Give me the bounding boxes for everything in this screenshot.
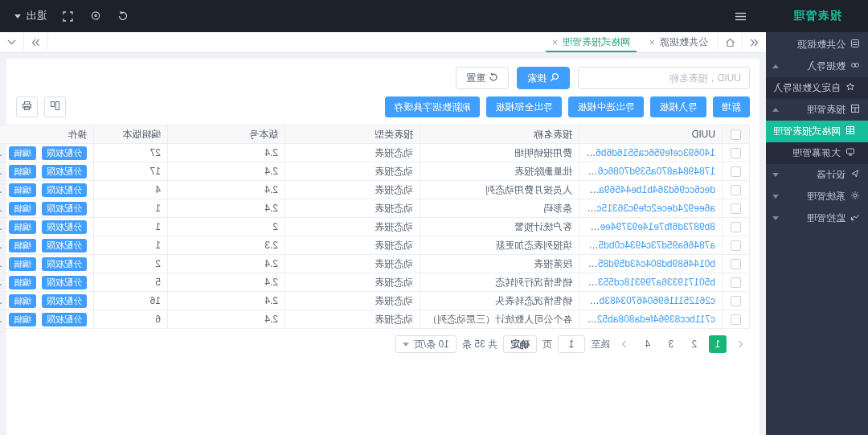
delete-button[interactable]: 删除 bbox=[0, 239, 2, 252]
import-template-button[interactable]: 导入模板 bbox=[650, 96, 706, 117]
assign-permission-button[interactable]: 分配权限 bbox=[42, 294, 87, 308]
delete-button[interactable]: 删除 bbox=[0, 294, 2, 308]
uuid-link[interactable]: c711bcc83964feda808ab52ee0... bbox=[579, 314, 716, 325]
assign-permission-button[interactable]: 分配权限 bbox=[42, 257, 87, 271]
refresh-icon[interactable] bbox=[109, 10, 137, 22]
row-checkbox[interactable] bbox=[731, 185, 741, 195]
select-all-checkbox[interactable] bbox=[731, 129, 741, 140]
row-checkbox[interactable] bbox=[731, 148, 741, 158]
row-checkbox[interactable] bbox=[731, 240, 741, 251]
tab-options-chevron-icon[interactable] bbox=[0, 32, 24, 52]
row-checkbox[interactable] bbox=[731, 296, 741, 306]
hamburger-menu-icon[interactable] bbox=[727, 11, 755, 22]
row-checkbox[interactable] bbox=[731, 314, 741, 325]
sidebar-item-custom-data-import[interactable]: 自定义数据导入 bbox=[766, 77, 868, 99]
row-checkbox[interactable] bbox=[731, 222, 741, 232]
assign-permission-button[interactable]: 分配权限 bbox=[42, 146, 87, 160]
tab-public-datasource[interactable]: 公共数据源 × bbox=[640, 32, 718, 52]
edit-button[interactable]: 编辑 bbox=[9, 239, 36, 252]
uuid-link[interactable]: c26125111696046703483b7915... bbox=[579, 295, 716, 306]
version-cell: 2.4 bbox=[168, 255, 285, 273]
assign-permission-button[interactable]: 分配权限 bbox=[42, 202, 87, 215]
delete-button[interactable]: 删除 bbox=[0, 146, 2, 160]
sidebar-item-public-datasource[interactable]: 公共数据源 bbox=[766, 34, 868, 55]
sidebar-item-monitor-management[interactable]: 监控管理 bbox=[766, 207, 868, 229]
print-button[interactable] bbox=[16, 96, 38, 117]
search-input[interactable] bbox=[578, 67, 750, 89]
edit-button[interactable]: 编辑 bbox=[9, 276, 36, 289]
delete-button[interactable]: 删除 bbox=[0, 202, 2, 215]
tab-grid-report-management[interactable]: 网格式报表管理 × bbox=[542, 32, 640, 52]
edit-version-cell: 27 bbox=[94, 144, 168, 162]
delete-button[interactable]: 删除 bbox=[0, 276, 2, 289]
delete-button[interactable]: 删除 bbox=[0, 313, 2, 326]
refresh-dict-cache-button[interactable]: 刷新数据字典缓存 bbox=[385, 96, 480, 117]
assign-permission-button[interactable]: 分配权限 bbox=[42, 313, 87, 326]
close-icon[interactable]: × bbox=[552, 38, 558, 47]
export-all-button[interactable]: 导出全部模板 bbox=[486, 96, 562, 117]
delete-button[interactable]: 删除 bbox=[0, 183, 2, 197]
home-icon[interactable] bbox=[718, 32, 742, 52]
column-setting-button[interactable] bbox=[44, 96, 66, 117]
edit-button[interactable]: 编辑 bbox=[9, 202, 36, 215]
per-page-select[interactable]: 10 条/页 bbox=[395, 335, 457, 353]
reset-button[interactable]: 重置 bbox=[456, 67, 509, 89]
search-button[interactable]: 搜索 bbox=[517, 67, 570, 89]
uuid-link[interactable]: 1784984a870a539d7086c6d3... bbox=[579, 166, 716, 177]
uuid-link[interactable]: 8b9873d6fb7e14e93794ee7fc1... bbox=[579, 221, 716, 232]
jump-page-input[interactable] bbox=[558, 335, 585, 353]
edit-button[interactable]: 编辑 bbox=[9, 257, 36, 271]
next-page-icon[interactable] bbox=[616, 335, 633, 353]
assign-permission-button[interactable]: 分配权限 bbox=[42, 220, 87, 234]
assign-permission-button[interactable]: 分配权限 bbox=[42, 183, 87, 197]
collapse-sidebar-icon[interactable] bbox=[742, 32, 766, 52]
row-checkbox[interactable] bbox=[731, 166, 741, 177]
page-button-2[interactable]: 2 bbox=[686, 335, 703, 353]
edit-button[interactable]: 编辑 bbox=[9, 313, 36, 326]
delete-button[interactable]: 删除 bbox=[0, 165, 2, 179]
uuid-link[interactable]: b0144689bd804c43d59d85871a... bbox=[579, 258, 716, 269]
logout-button[interactable]: 退出 bbox=[14, 9, 47, 23]
page-button-4[interactable]: 4 bbox=[639, 335, 657, 353]
caret-down-icon bbox=[14, 14, 21, 18]
close-icon[interactable]: × bbox=[649, 38, 655, 47]
uuid-link[interactable]: a6ee924dece2cfe9c36315c902... bbox=[579, 203, 716, 214]
tab-scroll-right-icon[interactable] bbox=[24, 32, 48, 52]
page-button-1[interactable]: 1 bbox=[709, 335, 727, 353]
message-icon[interactable] bbox=[82, 10, 109, 22]
edit-version-cell: 4 bbox=[94, 181, 168, 199]
uuid-link[interactable]: dec6cc96d364b1be44569ae18... bbox=[579, 184, 716, 195]
sidebar-item-system-management[interactable]: 系统管理 bbox=[766, 186, 868, 207]
sidebar-item-grid-report-management[interactable]: 网格式报表管理 bbox=[766, 121, 868, 142]
chevron-down-icon bbox=[772, 173, 779, 177]
edit-button[interactable]: 编辑 bbox=[9, 146, 36, 160]
row-checkbox[interactable] bbox=[731, 277, 741, 288]
uuid-link[interactable]: b501719336a799318cd553cc22... bbox=[579, 277, 716, 288]
assign-permission-button[interactable]: 分配权限 bbox=[42, 165, 87, 179]
version-cell: 2.4 bbox=[168, 199, 285, 218]
edit-button[interactable]: 编辑 bbox=[9, 183, 36, 197]
chart-icon bbox=[850, 212, 860, 224]
delete-button[interactable]: 删除 bbox=[0, 220, 2, 234]
edit-button[interactable]: 编辑 bbox=[9, 165, 36, 179]
assign-permission-button[interactable]: 分配权限 bbox=[42, 276, 87, 289]
uuid-link[interactable]: 140693cefe956ca5516d6b666e2... bbox=[579, 147, 716, 158]
page-button-3[interactable]: 3 bbox=[662, 335, 680, 353]
uuid-link[interactable]: a78466a95d73c4934c0bd5d11... bbox=[579, 240, 716, 251]
confirm-jump-button[interactable]: 确定 bbox=[503, 335, 537, 353]
fullscreen-icon[interactable] bbox=[55, 11, 82, 22]
sidebar-item-designer[interactable]: 设计器 bbox=[766, 164, 868, 186]
export-selected-button[interactable]: 导出选中模板 bbox=[568, 96, 644, 117]
sidebar-item-data-import[interactable]: 数据导入 bbox=[766, 55, 868, 77]
row-checkbox[interactable] bbox=[731, 259, 741, 269]
sidebar-item-big-screen-management[interactable]: 大屏幕管理 bbox=[766, 142, 868, 164]
row-checkbox[interactable] bbox=[731, 203, 741, 214]
prev-page-icon[interactable] bbox=[732, 335, 750, 353]
edit-button[interactable]: 编辑 bbox=[9, 294, 36, 308]
edit-button[interactable]: 编辑 bbox=[9, 220, 36, 234]
add-button[interactable]: 新增 bbox=[713, 96, 750, 117]
delete-button[interactable]: 删除 bbox=[0, 257, 2, 271]
sidebar-item-report-management[interactable]: 报表管理 bbox=[766, 99, 868, 121]
per-page-label: 10 条/页 bbox=[414, 338, 449, 351]
assign-permission-button[interactable]: 分配权限 bbox=[42, 239, 87, 252]
